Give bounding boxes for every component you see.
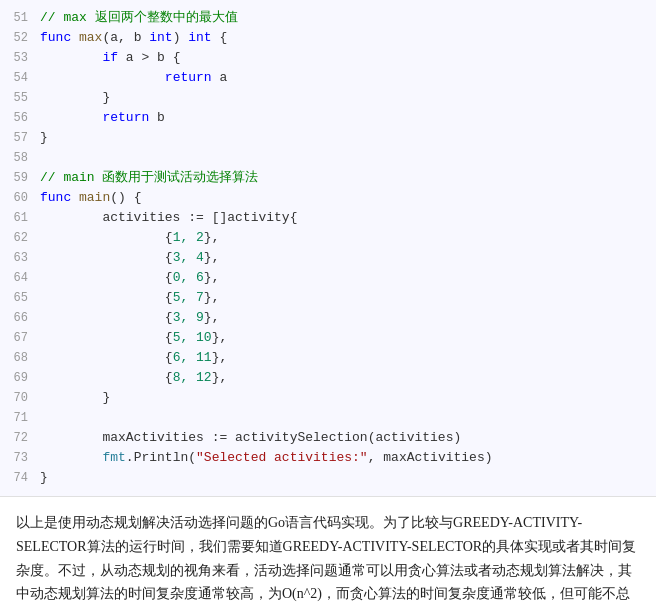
line-number: 63 [0,248,36,268]
code-line: 56 return b [0,108,656,128]
description-text: 以上是使用动态规划解决活动选择问题的Go语言代码实现。为了比较与GREEDY-A… [0,497,656,604]
line-content: {3, 9}, [36,308,656,328]
code-line: 62 {1, 2}, [0,228,656,248]
line-content: {3, 4}, [36,248,656,268]
line-number: 72 [0,428,36,448]
line-number: 73 [0,448,36,468]
code-line: 71 [0,408,656,428]
line-content: {5, 10}, [36,328,656,348]
line-content: func max(a, b int) int { [36,28,656,48]
code-line: 70 } [0,388,656,408]
code-block: 51// max 返回两个整数中的最大值52func max(a, b int)… [0,0,656,497]
line-number: 61 [0,208,36,228]
line-content: activities := []activity{ [36,208,656,228]
code-line: 69 {8, 12}, [0,368,656,388]
code-line: 51// max 返回两个整数中的最大值 [0,8,656,28]
line-number: 56 [0,108,36,128]
line-number: 65 [0,288,36,308]
line-number: 54 [0,68,36,88]
line-number: 53 [0,48,36,68]
code-line: 57} [0,128,656,148]
code-line: 61 activities := []activity{ [0,208,656,228]
line-content: fmt.Println("Selected activities:", maxA… [36,448,656,468]
code-line: 58 [0,148,656,168]
line-number: 60 [0,188,36,208]
code-line: 60func main() { [0,188,656,208]
code-line: 63 {3, 4}, [0,248,656,268]
line-content: {6, 11}, [36,348,656,368]
code-line: 55 } [0,88,656,108]
line-content: return a [36,68,656,88]
code-line: 67 {5, 10}, [0,328,656,348]
code-line: 64 {0, 6}, [0,268,656,288]
line-number: 67 [0,328,36,348]
line-number: 55 [0,88,36,108]
line-content: maxActivities := activitySelection(activ… [36,428,656,448]
line-number: 66 [0,308,36,328]
line-number: 62 [0,228,36,248]
code-line: 72 maxActivities := activitySelection(ac… [0,428,656,448]
code-line: 66 {3, 9}, [0,308,656,328]
code-line: 74} [0,468,656,488]
line-number: 51 [0,8,36,28]
code-line: 65 {5, 7}, [0,288,656,308]
line-number: 69 [0,368,36,388]
line-content: } [36,388,656,408]
code-line: 52func max(a, b int) int { [0,28,656,48]
description-content: 以上是使用动态规划解决活动选择问题的Go语言代码实现。为了比较与GREEDY-A… [16,515,636,604]
line-content: return b [36,108,656,128]
line-number: 71 [0,408,36,428]
line-content: {8, 12}, [36,368,656,388]
code-line: 54 return a [0,68,656,88]
code-line: 59// main 函数用于测试活动选择算法 [0,168,656,188]
line-content: } [36,468,656,488]
line-content: {1, 2}, [36,228,656,248]
line-number: 64 [0,268,36,288]
line-number: 70 [0,388,36,408]
line-content [36,148,656,168]
code-line: 53 if a > b { [0,48,656,68]
line-content: // main 函数用于测试活动选择算法 [36,168,656,188]
line-number: 52 [0,28,36,48]
code-line: 73 fmt.Println("Selected activities:", m… [0,448,656,468]
line-number: 57 [0,128,36,148]
line-content: {0, 6}, [36,268,656,288]
line-number: 58 [0,148,36,168]
line-content: } [36,88,656,108]
line-content: if a > b { [36,48,656,68]
line-number: 59 [0,168,36,188]
line-content: // max 返回两个整数中的最大值 [36,8,656,28]
code-line: 68 {6, 11}, [0,348,656,368]
line-content: func main() { [36,188,656,208]
line-number: 68 [0,348,36,368]
line-content: {5, 7}, [36,288,656,308]
line-content [36,408,656,428]
line-content: } [36,128,656,148]
line-number: 74 [0,468,36,488]
